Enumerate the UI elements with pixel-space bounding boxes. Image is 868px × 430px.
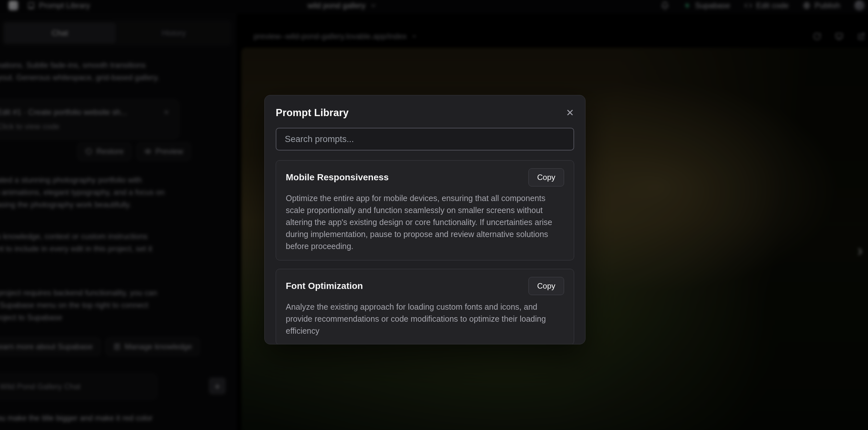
prompt-card: Font Optimization Copy Analyze the exist… — [276, 269, 574, 344]
prompt-body: Analyze the existing approach for loadin… — [286, 301, 564, 337]
prompt-card: Mobile Responsiveness Copy Optimize the … — [276, 160, 574, 260]
prompt-list: Mobile Responsiveness Copy Optimize the … — [276, 160, 574, 344]
copy-button[interactable]: Copy — [528, 277, 564, 295]
screen: Prompt Library wild pond gallery Supabas… — [0, 0, 868, 430]
search-input[interactable] — [276, 128, 574, 151]
modal-title: Prompt Library — [276, 107, 349, 119]
modal-close-button[interactable]: ✕ — [566, 108, 574, 118]
prompt-title: Font Optimization — [286, 281, 363, 291]
prompt-title: Mobile Responsiveness — [286, 172, 389, 183]
copy-button[interactable]: Copy — [528, 168, 564, 186]
prompt-library-modal: Prompt Library ✕ Mobile Responsiveness C… — [265, 95, 586, 344]
prompt-body: Optimize the entire app for mobile devic… — [286, 192, 564, 252]
